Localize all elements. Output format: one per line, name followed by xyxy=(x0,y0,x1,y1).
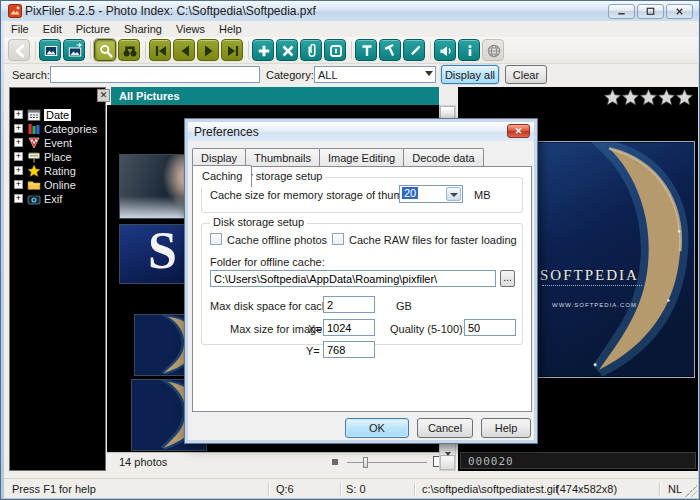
expand-toggle-icon[interactable]: + xyxy=(14,110,23,119)
toolbar-separator xyxy=(348,39,355,61)
search-row: Search: Category: ALL Display all Clear xyxy=(4,64,698,86)
attach-button[interactable] xyxy=(300,39,322,61)
status-help: Press F1 for help xyxy=(12,483,96,495)
folder-icon xyxy=(27,178,41,192)
expand-toggle-icon[interactable]: + xyxy=(14,166,23,175)
caching-tab-page: Memory storage setup Cache size for memo… xyxy=(192,166,532,412)
nav-prev-button[interactable] xyxy=(173,39,195,61)
camera-icon xyxy=(27,192,41,206)
chevron-down-icon xyxy=(425,71,433,80)
category-value: ALL xyxy=(318,69,338,81)
share-button[interactable] xyxy=(434,39,456,61)
cache-offline-checkbox[interactable] xyxy=(210,233,222,245)
max-disk-label: Max disk space for cache: xyxy=(210,300,337,312)
photo-number: 000020 xyxy=(460,452,696,469)
scroll-down-button[interactable] xyxy=(440,455,455,470)
thumb-size-slider[interactable] xyxy=(347,462,427,463)
menu-item-views[interactable]: Views xyxy=(169,21,212,36)
max-disk-input[interactable] xyxy=(323,296,375,313)
toolbar xyxy=(4,37,698,64)
nav-first-button[interactable] xyxy=(149,39,171,61)
help-button[interactable]: Help xyxy=(481,418,531,438)
dialog-close-button[interactable]: ✕ xyxy=(507,124,530,138)
expand-toggle-icon[interactable]: + xyxy=(14,180,23,189)
tree-item-label: Online xyxy=(44,179,76,191)
toolbar-separator xyxy=(245,39,252,61)
tree-item-label: Event xyxy=(44,137,72,149)
menu-item-sharing[interactable]: Sharing xyxy=(117,21,169,36)
minimize-icon xyxy=(616,6,627,17)
disk-storage-group: Disk storage setup Cache offline photos … xyxy=(201,223,523,345)
expand-toggle-icon[interactable]: + xyxy=(14,138,23,147)
cache-size-unit: MB xyxy=(474,189,491,201)
thumb-size-slider-handle[interactable] xyxy=(363,457,368,468)
info-button[interactable] xyxy=(458,39,480,61)
cache-size-select[interactable]: 20 xyxy=(399,185,463,203)
search-button[interactable] xyxy=(94,39,116,61)
photo-count: 14 photos xyxy=(119,456,167,468)
ok-button[interactable]: OK xyxy=(345,418,409,438)
photo-view-button[interactable] xyxy=(39,39,61,61)
tree-item-label: Categories xyxy=(44,123,97,135)
x-label: X= xyxy=(308,323,322,335)
folder-input[interactable] xyxy=(210,270,496,287)
menu-item-help[interactable]: Help xyxy=(212,21,249,36)
tab-thumbnails[interactable]: Thumbnails xyxy=(245,148,320,167)
maximize-button[interactable] xyxy=(637,4,664,19)
actual-size-button[interactable] xyxy=(324,39,346,61)
tab-caching[interactable]: Caching xyxy=(192,165,252,187)
rating-star-icon[interactable] xyxy=(640,97,658,109)
photo-acquire-button[interactable] xyxy=(63,39,85,61)
disk-group-title: Disk storage setup xyxy=(210,216,307,228)
search-input[interactable] xyxy=(50,66,260,83)
app-icon xyxy=(8,4,22,18)
rating-star-icon[interactable] xyxy=(604,97,622,109)
results-close-button[interactable]: ✕ xyxy=(97,89,110,102)
results-header: All Pictures xyxy=(111,87,439,105)
chevron-down-icon[interactable] xyxy=(446,187,461,201)
cache-raw-checkbox[interactable] xyxy=(332,233,344,245)
quality-label: Quality (5-100): xyxy=(390,323,466,335)
resize-grip[interactable] xyxy=(685,485,697,497)
rating-star-icon[interactable] xyxy=(622,97,640,109)
add-button[interactable] xyxy=(252,39,274,61)
minimize-button[interactable] xyxy=(608,4,635,19)
expand-toggle-icon[interactable]: + xyxy=(14,152,23,161)
tab-decode-data[interactable]: Decode data xyxy=(403,148,483,167)
menu-item-picture[interactable]: Picture xyxy=(69,21,117,36)
display-all-button[interactable]: Display all xyxy=(441,65,499,84)
arrow-down-icon xyxy=(445,452,451,471)
cache-size-value: 20 xyxy=(402,187,418,199)
find-button[interactable] xyxy=(118,39,140,61)
menu-item-edit[interactable]: Edit xyxy=(36,21,69,36)
clear-button[interactable]: Clear xyxy=(505,65,547,84)
rating-stars[interactable] xyxy=(604,88,694,109)
text-rotate-button[interactable] xyxy=(379,39,401,61)
category-label: Category: xyxy=(266,69,314,81)
dialog-tabs: DisplayThumbnailsImage EditingDecode dat… xyxy=(192,146,537,167)
close-button[interactable] xyxy=(666,4,693,19)
nav-next-button[interactable] xyxy=(197,39,219,61)
cancel-button[interactable]: Cancel xyxy=(417,418,473,438)
rating-star-icon[interactable] xyxy=(658,97,676,109)
expand-toggle-icon[interactable]: + xyxy=(14,194,23,203)
dialog-title-bar: Preferences ✕ xyxy=(188,122,534,141)
category-select[interactable]: ALL xyxy=(314,66,436,83)
menu-item-file[interactable]: File xyxy=(4,21,36,36)
draw-button[interactable] xyxy=(403,39,425,61)
nav-last-button[interactable] xyxy=(221,39,243,61)
menu-bar: FileEditPictureSharingViewsHelp xyxy=(4,21,698,37)
max-y-input[interactable] xyxy=(323,341,375,358)
quality-input[interactable] xyxy=(464,319,516,336)
delete-button[interactable] xyxy=(276,39,298,61)
place-icon xyxy=(27,150,41,164)
toolbar-separator xyxy=(142,39,149,61)
tab-image-editing[interactable]: Image Editing xyxy=(319,148,404,167)
max-x-input[interactable] xyxy=(323,319,375,336)
expand-toggle-icon[interactable]: + xyxy=(14,124,23,133)
back-button xyxy=(8,39,30,61)
rating-star-icon[interactable] xyxy=(676,97,694,109)
browse-button[interactable]: ... xyxy=(500,270,515,287)
title-bar: PixFiler 5.2.5 - Photo Index: C:\Softped… xyxy=(1,1,700,21)
text-button[interactable] xyxy=(355,39,377,61)
